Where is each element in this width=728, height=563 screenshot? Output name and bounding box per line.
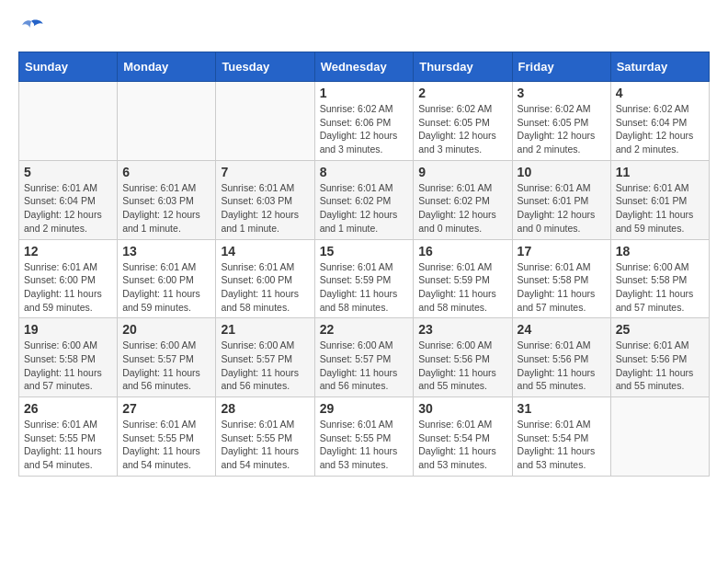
weekday-header-tuesday: Tuesday — [216, 52, 314, 82]
day-info: Sunrise: 6:00 AM Sunset: 5:58 PM Dayligh… — [616, 260, 704, 315]
calendar-day-cell: 16Sunrise: 6:01 AM Sunset: 5:59 PM Dayli… — [414, 239, 512, 318]
calendar-table: SundayMondayTuesdayWednesdayThursdayFrid… — [18, 52, 710, 477]
calendar-day-cell — [610, 397, 709, 477]
day-number: 3 — [518, 86, 606, 100]
day-number: 13 — [122, 244, 210, 259]
day-info: Sunrise: 6:00 AM Sunset: 5:56 PM Dayligh… — [418, 339, 506, 393]
day-info: Sunrise: 6:01 AM Sunset: 6:01 PM Dayligh… — [518, 181, 606, 236]
calendar-day-cell: 6Sunrise: 6:01 AM Sunset: 6:03 PM Daylig… — [118, 160, 216, 239]
day-number: 19 — [24, 322, 112, 337]
day-number: 20 — [122, 322, 210, 337]
day-number: 16 — [418, 244, 506, 259]
day-number: 2 — [418, 86, 506, 100]
calendar-week-row: 26Sunrise: 6:01 AM Sunset: 5:55 PM Dayli… — [19, 397, 710, 477]
logo — [18, 18, 48, 37]
day-info: Sunrise: 6:01 AM Sunset: 6:02 PM Dayligh… — [418, 181, 506, 236]
day-number: 8 — [320, 165, 409, 179]
day-number: 21 — [221, 322, 309, 337]
weekday-header-monday: Monday — [118, 52, 216, 82]
day-number: 27 — [122, 401, 210, 416]
calendar-day-cell: 15Sunrise: 6:01 AM Sunset: 5:59 PM Dayli… — [314, 239, 414, 318]
day-number: 1 — [320, 86, 409, 100]
calendar-day-cell: 21Sunrise: 6:00 AM Sunset: 5:57 PM Dayli… — [216, 318, 314, 397]
day-info: Sunrise: 6:01 AM Sunset: 6:00 PM Dayligh… — [221, 260, 309, 315]
calendar-day-cell — [118, 82, 216, 161]
calendar-day-cell — [19, 82, 118, 161]
day-number: 17 — [518, 244, 606, 259]
calendar-week-row: 5Sunrise: 6:01 AM Sunset: 6:04 PM Daylig… — [19, 160, 710, 239]
day-info: Sunrise: 6:01 AM Sunset: 5:56 PM Dayligh… — [518, 339, 606, 393]
calendar-week-row: 12Sunrise: 6:01 AM Sunset: 6:00 PM Dayli… — [19, 239, 710, 318]
weekday-header-sunday: Sunday — [19, 52, 118, 82]
day-info: Sunrise: 6:01 AM Sunset: 5:55 PM Dayligh… — [122, 418, 210, 472]
day-number: 23 — [418, 322, 506, 337]
calendar-day-cell: 29Sunrise: 6:01 AM Sunset: 5:55 PM Dayli… — [314, 397, 414, 477]
calendar-day-cell: 14Sunrise: 6:01 AM Sunset: 6:00 PM Dayli… — [216, 239, 314, 318]
calendar-day-cell: 4Sunrise: 6:02 AM Sunset: 6:04 PM Daylig… — [610, 82, 709, 161]
logo-bird-icon — [18, 18, 44, 37]
day-number: 10 — [518, 165, 606, 179]
day-info: Sunrise: 6:01 AM Sunset: 5:58 PM Dayligh… — [518, 260, 606, 315]
day-number: 30 — [418, 401, 506, 416]
calendar-day-cell: 3Sunrise: 6:02 AM Sunset: 6:05 PM Daylig… — [512, 82, 610, 161]
day-info: Sunrise: 6:00 AM Sunset: 5:57 PM Dayligh… — [122, 339, 210, 393]
day-number: 4 — [616, 86, 704, 100]
calendar-day-cell: 11Sunrise: 6:01 AM Sunset: 6:01 PM Dayli… — [610, 160, 709, 239]
day-number: 6 — [122, 165, 210, 179]
day-number: 31 — [518, 401, 606, 416]
day-number: 18 — [616, 244, 704, 259]
day-number: 11 — [616, 165, 704, 179]
day-info: Sunrise: 6:00 AM Sunset: 5:57 PM Dayligh… — [221, 339, 309, 393]
weekday-header-thursday: Thursday — [414, 52, 512, 82]
day-number: 22 — [320, 322, 409, 337]
day-info: Sunrise: 6:01 AM Sunset: 6:03 PM Dayligh… — [122, 181, 210, 236]
calendar-week-row: 1Sunrise: 6:02 AM Sunset: 6:06 PM Daylig… — [19, 82, 710, 161]
day-info: Sunrise: 6:01 AM Sunset: 5:59 PM Dayligh… — [418, 260, 506, 315]
day-info: Sunrise: 6:02 AM Sunset: 6:06 PM Dayligh… — [320, 102, 409, 156]
day-info: Sunrise: 6:01 AM Sunset: 5:54 PM Dayligh… — [518, 418, 606, 472]
calendar-day-cell: 5Sunrise: 6:01 AM Sunset: 6:04 PM Daylig… — [19, 160, 118, 239]
day-number: 9 — [418, 165, 506, 179]
calendar-day-cell: 19Sunrise: 6:00 AM Sunset: 5:58 PM Dayli… — [19, 318, 118, 397]
calendar-day-cell: 30Sunrise: 6:01 AM Sunset: 5:54 PM Dayli… — [414, 397, 512, 477]
day-number: 15 — [320, 244, 409, 259]
day-info: Sunrise: 6:00 AM Sunset: 5:57 PM Dayligh… — [320, 339, 409, 393]
calendar-day-cell: 23Sunrise: 6:00 AM Sunset: 5:56 PM Dayli… — [414, 318, 512, 397]
day-info: Sunrise: 6:01 AM Sunset: 5:55 PM Dayligh… — [320, 418, 409, 472]
day-info: Sunrise: 6:01 AM Sunset: 6:01 PM Dayligh… — [616, 181, 704, 236]
day-info: Sunrise: 6:01 AM Sunset: 6:04 PM Dayligh… — [24, 181, 112, 236]
day-number: 29 — [320, 401, 409, 416]
calendar-day-cell: 18Sunrise: 6:00 AM Sunset: 5:58 PM Dayli… — [610, 239, 709, 318]
day-number: 25 — [616, 322, 704, 337]
calendar-day-cell: 20Sunrise: 6:00 AM Sunset: 5:57 PM Dayli… — [118, 318, 216, 397]
day-info: Sunrise: 6:02 AM Sunset: 6:05 PM Dayligh… — [518, 102, 606, 156]
calendar-day-cell: 8Sunrise: 6:01 AM Sunset: 6:02 PM Daylig… — [314, 160, 414, 239]
weekday-header-row: SundayMondayTuesdayWednesdayThursdayFrid… — [19, 52, 710, 82]
calendar-day-cell: 1Sunrise: 6:02 AM Sunset: 6:06 PM Daylig… — [314, 82, 414, 161]
day-number: 14 — [221, 244, 309, 259]
day-info: Sunrise: 6:01 AM Sunset: 6:03 PM Dayligh… — [221, 181, 309, 236]
day-info: Sunrise: 6:01 AM Sunset: 5:59 PM Dayligh… — [320, 260, 409, 315]
calendar-day-cell: 7Sunrise: 6:01 AM Sunset: 6:03 PM Daylig… — [216, 160, 314, 239]
calendar-day-cell: 12Sunrise: 6:01 AM Sunset: 6:00 PM Dayli… — [19, 239, 118, 318]
day-info: Sunrise: 6:01 AM Sunset: 5:55 PM Dayligh… — [221, 418, 309, 472]
day-number: 28 — [221, 401, 309, 416]
day-number: 24 — [518, 322, 606, 337]
weekday-header-friday: Friday — [512, 52, 610, 82]
calendar-day-cell: 24Sunrise: 6:01 AM Sunset: 5:56 PM Dayli… — [512, 318, 610, 397]
calendar-day-cell — [216, 82, 314, 161]
calendar-day-cell: 31Sunrise: 6:01 AM Sunset: 5:54 PM Dayli… — [512, 397, 610, 477]
calendar-day-cell: 27Sunrise: 6:01 AM Sunset: 5:55 PM Dayli… — [118, 397, 216, 477]
day-number: 12 — [24, 244, 112, 259]
calendar-day-cell: 26Sunrise: 6:01 AM Sunset: 5:55 PM Dayli… — [19, 397, 118, 477]
weekday-header-wednesday: Wednesday — [314, 52, 414, 82]
day-number: 26 — [24, 401, 112, 416]
day-info: Sunrise: 6:01 AM Sunset: 5:54 PM Dayligh… — [418, 418, 506, 472]
calendar-week-row: 19Sunrise: 6:00 AM Sunset: 5:58 PM Dayli… — [19, 318, 710, 397]
day-info: Sunrise: 6:02 AM Sunset: 6:05 PM Dayligh… — [418, 102, 506, 156]
day-info: Sunrise: 6:01 AM Sunset: 6:00 PM Dayligh… — [24, 260, 112, 315]
calendar-day-cell: 28Sunrise: 6:01 AM Sunset: 5:55 PM Dayli… — [216, 397, 314, 477]
calendar-day-cell: 17Sunrise: 6:01 AM Sunset: 5:58 PM Dayli… — [512, 239, 610, 318]
calendar-day-cell: 2Sunrise: 6:02 AM Sunset: 6:05 PM Daylig… — [414, 82, 512, 161]
weekday-header-saturday: Saturday — [610, 52, 709, 82]
